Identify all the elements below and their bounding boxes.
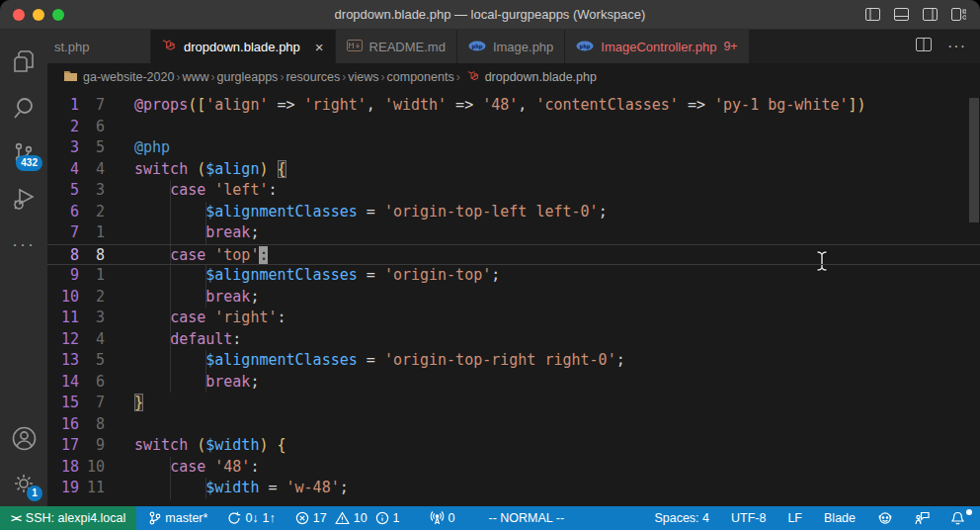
run-debug-icon[interactable] (0, 176, 47, 221)
code-text: case 'top': (134, 245, 980, 265)
breadcrumb-item[interactable]: ga-website-2020 (83, 70, 174, 84)
code-text: $width = 'w-48'; (134, 478, 980, 499)
line-number-absolute: 14 (47, 372, 79, 394)
line-number-absolute: 5 (47, 180, 79, 202)
tab-label: README.md (369, 40, 446, 54)
git-branch-item[interactable]: master* (142, 511, 213, 525)
split-editor-icon[interactable] (916, 38, 932, 55)
eol-item[interactable]: LF (781, 511, 808, 525)
indent-guide (170, 372, 171, 394)
tab-dropdown-blade-php[interactable]: dropdown.blade.php × (151, 30, 335, 63)
code-text: default: (134, 329, 980, 351)
breadcrumb-item[interactable]: gurgleapps (217, 70, 279, 84)
more-actions-icon[interactable]: ··· (947, 38, 966, 55)
tab-label: dropdown.blade.php (184, 40, 300, 54)
feedback-flag-icon[interactable] (909, 511, 936, 525)
remote-indicator[interactable]: >< SSH: alexpi4.local (0, 506, 136, 530)
problems-item[interactable]: 17 10 1 (289, 511, 406, 525)
laravel-icon (467, 69, 480, 85)
settings-badge: 1 (27, 486, 42, 501)
line-number-relative: 7 (79, 393, 105, 414)
copilot-icon[interactable] (871, 511, 899, 525)
window-controls (13, 9, 64, 21)
code-line: 168 (47, 414, 980, 436)
breadcrumb-separator: › (280, 70, 284, 84)
accounts-icon[interactable] (0, 415, 47, 461)
line-number-absolute: 8 (47, 245, 79, 265)
toggle-primary-sidebar-icon[interactable] (865, 8, 880, 21)
toggle-secondary-sidebar-icon[interactable] (923, 8, 938, 21)
tab-st-php[interactable]: st.php (47, 30, 150, 63)
customize-layout-icon[interactable] (951, 8, 966, 21)
radio-tower-icon (430, 511, 445, 525)
indent-guide (170, 202, 171, 223)
breadcrumb-item[interactable]: views (348, 70, 378, 84)
code-line: 26 (47, 117, 980, 138)
settings-gear-icon[interactable]: 1 (0, 461, 47, 506)
code-text: case '48': (134, 457, 980, 479)
line-number-absolute: 15 (47, 393, 79, 414)
line-number-relative: 4 (79, 329, 105, 351)
notifications-bell-icon[interactable] (945, 511, 970, 525)
breadcrumb-item[interactable]: components (387, 70, 454, 84)
code-text: @php (134, 137, 980, 159)
warning-icon (335, 511, 350, 525)
code-text: break; (134, 222, 980, 244)
code-line: 35@php (47, 137, 980, 159)
indent-guide (170, 457, 171, 479)
line-number-relative: 8 (79, 414, 105, 436)
breadcrumb-separator: › (211, 70, 215, 84)
search-icon[interactable] (0, 85, 47, 131)
indent-guide (205, 222, 206, 244)
line-number-absolute: 4 (47, 159, 79, 181)
code-text: case 'right': (134, 308, 980, 329)
line-number-absolute: 18 (47, 457, 79, 479)
close-window-button[interactable] (13, 9, 25, 21)
close-tab-icon[interactable]: × (315, 39, 324, 55)
breadcrumb-item[interactable]: resources (286, 70, 340, 84)
vim-mode-item[interactable]: -- NORMAL -- (483, 511, 571, 525)
code-text (134, 117, 980, 138)
tab-label: ImageController.php (601, 40, 716, 54)
indent-guide (170, 350, 171, 372)
line-number-relative: 2 (79, 202, 105, 223)
breadcrumb-items: ga-website-2020›www›gurgleapps›resources… (83, 70, 462, 84)
explorer-icon[interactable] (0, 40, 47, 85)
ports-item[interactable]: 0 (424, 511, 461, 525)
editor-actions: ··· (902, 30, 980, 63)
line-number-relative: 1 (79, 265, 105, 287)
tab-imagecontroller-php[interactable]: php ImageController.php 9+ (565, 30, 748, 63)
indent-guide (170, 308, 171, 329)
breadcrumb-separator: › (342, 70, 346, 84)
indent-guide (205, 372, 206, 394)
code-line: 113 case 'right': (47, 308, 980, 329)
notification-dot (966, 509, 972, 515)
code-editor[interactable]: 17@props(['align' => 'right', 'width' =>… (47, 90, 980, 506)
tab-label: Image.php (493, 40, 553, 54)
line-number-relative: 8 (79, 245, 105, 265)
tab-label: st.php (54, 40, 89, 54)
source-control-icon[interactable]: 432 (0, 131, 47, 176)
tab-problem-badge: 9+ (723, 40, 737, 53)
breadcrumb-item[interactable]: www (182, 70, 208, 84)
sync-icon (227, 511, 241, 525)
indentation-item[interactable]: Spaces: 4 (648, 511, 715, 525)
breadcrumb-file[interactable]: dropdown.blade.php (467, 69, 597, 85)
more-views-icon[interactable]: ··· (0, 221, 47, 267)
indent-guide (170, 180, 171, 202)
tab-image-php[interactable]: php Image.php (457, 30, 564, 63)
minimize-window-button[interactable] (33, 9, 44, 21)
git-sync-item[interactable]: 0↓ 1↑ (221, 511, 281, 525)
language-mode-item[interactable]: Blade (818, 511, 861, 525)
encoding-item[interactable]: UTF-8 (725, 511, 772, 525)
activity-bar: 432 ··· 1 (0, 30, 47, 506)
indent-guide (170, 329, 171, 351)
code-line: 1810 case '48': (47, 457, 980, 479)
tab-readme-md[interactable]: README.md (336, 30, 456, 63)
toggle-panel-icon[interactable] (894, 8, 909, 21)
indent-guide (170, 245, 171, 265)
line-number-absolute: 13 (47, 350, 79, 372)
code-line: 88 case 'top': (47, 244, 980, 266)
zoom-window-button[interactable] (52, 9, 64, 21)
code-line: 135 $alignmentClasses = 'origin-top-righ… (47, 350, 980, 372)
